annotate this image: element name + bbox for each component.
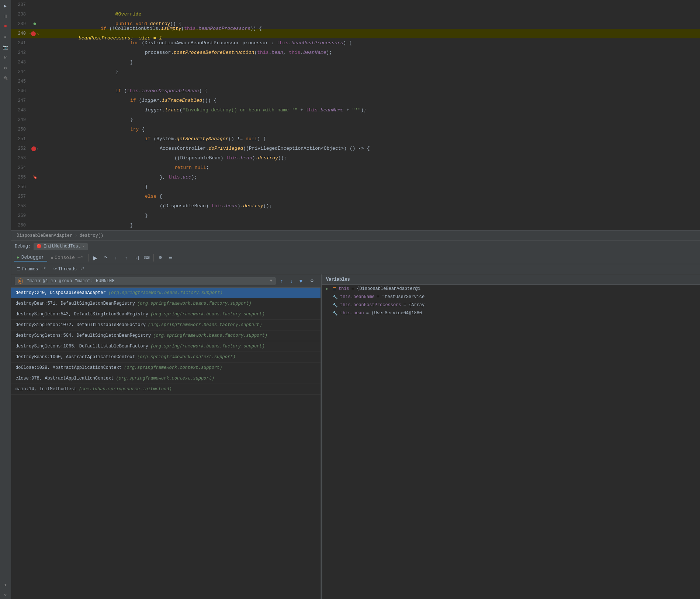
line-num-244: 244 (11, 69, 30, 75)
code-editor: 237 238 @Override 239 ● public void de (11, 0, 700, 230)
breadcrumb: DisposableBeanAdapter › destroy() (11, 230, 700, 240)
frame-item-1[interactable]: destroyBean:571, DefaultSingletonBeanReg… (11, 298, 320, 309)
evaluate-button[interactable]: ⌨ (142, 253, 152, 263)
thread-filter[interactable]: ▼ (297, 277, 305, 285)
frame-method-4: destroySingletons:504, DefaultSingletonB… (15, 332, 151, 339)
frame-method-1: destroyBean:571, DefaultSingletonBeanReg… (15, 300, 135, 307)
step-over-button[interactable]: ↷ (101, 253, 110, 263)
var-value-bpp: = {Array (403, 302, 425, 308)
debug-session-tab[interactable]: 🔴 InitMethodTest ✕ (34, 243, 88, 250)
frame-item-7[interactable]: doClose:1029, AbstractApplicationContext… (11, 363, 320, 373)
console-tab-label: Console →* (55, 255, 83, 260)
frame-package-0: (org.springframework.beans.factory.suppo… (108, 290, 223, 295)
var-expand-this[interactable]: ▶ (326, 287, 330, 291)
frame-item-2[interactable]: destroySingleton:543, DefaultSingletonBe… (11, 309, 320, 320)
line-num-253: 253 (11, 156, 30, 161)
settings-debug-button[interactable]: ☰ (166, 253, 176, 263)
var-value-beanname: = "testUserService (377, 294, 425, 300)
run-to-cursor-button[interactable]: →| (132, 253, 141, 263)
line-num-250: 250 (11, 127, 30, 132)
line-num-247: 247 (11, 98, 30, 103)
web-icon[interactable]: W (1, 53, 10, 62)
breakpoint-icon-252[interactable] (31, 146, 36, 151)
frame-item-4[interactable]: destroySingletons:504, DefaultSingletonB… (11, 330, 320, 341)
line-num-246: 246 (11, 89, 30, 94)
console-tab[interactable]: ▣ Console →* (48, 254, 86, 261)
breadcrumb-class: DisposableBeanAdapter (17, 233, 72, 238)
thread-nav-down[interactable]: ↓ (287, 277, 295, 285)
stop-sidebar-icon[interactable]: ■ (1, 22, 10, 31)
frame-item-8[interactable]: close:978, AbstractApplicationContext (o… (11, 373, 320, 384)
frame-item-9[interactable]: main:14, InitMethodTest (com.luban.sprin… (11, 384, 320, 395)
line-num-241: 241 (11, 41, 30, 46)
frame-item-5[interactable]: destroySingletons:1065, DefaultListableB… (11, 341, 320, 352)
frame-package-8: (org.springframework.context.support) (116, 375, 214, 382)
var-item-beanname[interactable]: 🔧 this.beanName = "testUserService (322, 293, 700, 301)
line-num-238: 238 (11, 12, 30, 17)
frame-method-9: main:14, InitMethodTest (15, 386, 77, 392)
debug-run-icon[interactable]: ▶ (1, 2, 10, 10)
frames-settings-btn[interactable]: ⚙ (307, 276, 317, 286)
line-num-237: 237 (11, 2, 30, 7)
frames-button[interactable]: ⚙ (156, 253, 165, 263)
frame-package-6: (org.springframework.context.support) (137, 354, 235, 360)
debugger-tab-label: Debugger (21, 255, 44, 260)
frame-package-3: (org.springframework.beans.factory.suppo… (148, 322, 262, 328)
debug-panel: Debug: 🔴 InitMethodTest ✕ ▶ Debugger ▣ C… (11, 240, 700, 599)
frame-method-3: destroySingleton:1072, DefaultListableBe… (15, 322, 146, 328)
pause-sidebar-icon[interactable]: ⏸ (1, 12, 10, 20)
thread-display: "main"@1 in group "main": RUNNING (27, 278, 115, 284)
line-num-254: 254 (11, 165, 30, 170)
debug-content-area: ▶ "main"@1 in group "main": RUNNING ▼ ↑ … (11, 274, 700, 599)
variables-title: Variables (326, 277, 350, 282)
var-icon-bean: 🔧 (333, 311, 338, 316)
line-num-256: 256 (11, 184, 30, 190)
line-num-257: 257 (11, 194, 30, 199)
line-num-242: 242 (11, 50, 30, 55)
step-out-button[interactable]: ↑ (121, 253, 131, 263)
frame-item-6[interactable]: destroyBeans:1060, AbstractApplicationCo… (11, 352, 320, 363)
frame-package-9: (com.luban.springsource.initmethod) (79, 386, 172, 392)
thread-selector-dropdown[interactable]: ▶ "main"@1 in group "main": RUNNING ▼ (15, 277, 276, 285)
gutter-240: → ⚠ (30, 31, 41, 36)
debug-tab-close[interactable]: ✕ (83, 244, 85, 249)
threads-subtab[interactable]: ⟳ Threads →* (51, 266, 88, 273)
frame-method-2: destroySingleton:543, DefaultSingletonBe… (15, 311, 148, 318)
code-line-244: 244 } (11, 67, 700, 77)
var-value-bean: = {UserService04@1880 (366, 311, 422, 316)
var-icon-this: ☰ (333, 287, 336, 291)
debug-header: Debug: 🔴 InitMethodTest ✕ (11, 240, 700, 252)
var-icon-beanname: 🔧 (333, 295, 338, 300)
frames-list: destroy:240, DisposableBeanAdapter (org.… (11, 288, 320, 395)
camera-icon[interactable]: 📷 (1, 43, 10, 51)
var-item-this[interactable]: ▶ ☰ this = {DisposableBeanAdapter@1 (322, 285, 700, 293)
frames-label: Frames →* (22, 267, 46, 272)
debug-title-label: Debug: (15, 244, 31, 249)
var-item-beanpostprocessors[interactable]: 🔧 this.beanPostProcessors = {Array (322, 301, 700, 309)
frame-item-3[interactable]: destroySingleton:1072, DefaultListableBe… (11, 320, 320, 330)
code-content-260: } (41, 211, 700, 230)
debugger-tab[interactable]: ▶ Debugger (14, 254, 47, 262)
frame-method-0: destroy:240, DisposableBeanAdapter (15, 290, 106, 295)
breadcrumb-separator: › (74, 233, 77, 238)
thread-nav-up[interactable]: ↑ (278, 277, 286, 285)
settings-icon[interactable]: ⚙ (1, 64, 10, 72)
thread-dropdown: ▶ "main"@1 in group "main": RUNNING ▼ ↑ … (11, 274, 320, 288)
structure-icon[interactable]: ≡ (1, 33, 10, 41)
frames-subtab[interactable]: ☰ Frames →* (14, 266, 49, 273)
var-item-bean[interactable]: 🔧 this.bean = {UserService04@1880 (322, 309, 700, 317)
favorites-icon[interactable]: ★ (1, 581, 10, 589)
debug-session-label: InitMethodTest (44, 244, 81, 249)
line-num-243: 243 (11, 60, 30, 65)
close-sidebar-icon[interactable]: ✕ (1, 591, 10, 599)
breakpoint-icon-240[interactable] (31, 31, 36, 36)
step-into-button[interactable]: ↓ (111, 253, 121, 263)
var-value-this: = {DisposableBeanAdapter@1 (351, 286, 420, 291)
left-sidebar: ▶ ⏸ ■ ≡ 📷 W ⚙ 🔌 ★ ✕ (0, 0, 11, 599)
plugin-icon[interactable]: 🔌 (1, 74, 10, 82)
resume-button[interactable]: ▶ (90, 253, 100, 263)
frame-package-2: (org.springframework.beans.factory.suppo… (150, 311, 265, 318)
line-num-258: 258 (11, 204, 30, 209)
frame-item-0[interactable]: destroy:240, DisposableBeanAdapter (org.… (11, 288, 320, 298)
line-num-249: 249 (11, 117, 30, 122)
